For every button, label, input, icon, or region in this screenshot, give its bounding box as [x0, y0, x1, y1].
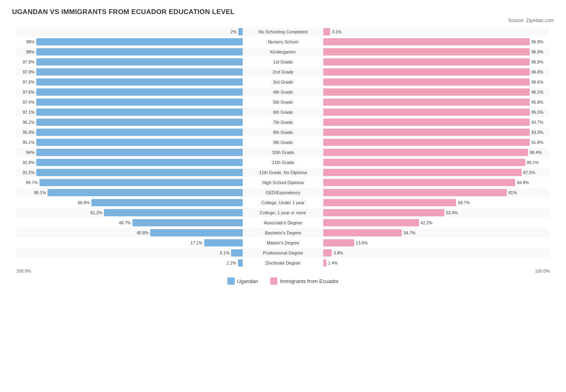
bar-row: 97.1% 6th Grade 95.3%: [16, 108, 550, 117]
right-bar-wrap: 90.4%: [323, 148, 550, 157]
bar-row: 94% 10th Grade 90.4%: [16, 148, 550, 157]
left-value: 97.8%: [23, 80, 35, 84]
right-value: 96.9%: [531, 49, 543, 54]
left-value: 86.1%: [34, 190, 46, 195]
left-bar-wrap: 5.1%: [16, 248, 243, 257]
right-bar-wrap: 96.9%: [323, 37, 550, 46]
center-label: Associate's Degree: [243, 220, 323, 226]
left-bar: [36, 139, 243, 146]
bar-row: 96.2% 7th Grade 93.7%: [16, 118, 550, 127]
right-bar-wrap: 95.3%: [323, 108, 550, 117]
left-bar-wrap: 91.5%: [16, 168, 243, 177]
left-bar-wrap: 95.9%: [16, 128, 243, 137]
education-label: GED/Equivalency: [264, 190, 302, 195]
bar-row: 95.1% 9th Grade 91.8%: [16, 138, 550, 147]
left-value: 98%: [26, 49, 35, 54]
right-bar: [323, 149, 528, 156]
right-bar: [323, 139, 530, 146]
right-bar-wrap: 42.2%: [323, 218, 550, 227]
center-label: Professional Degree: [243, 250, 323, 256]
right-value: 91.8%: [531, 140, 543, 145]
left-bar-wrap: 98%: [16, 47, 243, 56]
education-label: 6th Grade: [271, 109, 295, 115]
center-label: 10th Grade: [243, 150, 323, 155]
right-bar: [323, 179, 515, 186]
right-bar-wrap: 84.8%: [323, 178, 550, 187]
right-bar: [323, 219, 419, 226]
right-value: 93.7%: [531, 120, 543, 125]
right-bar-wrap: 91.8%: [323, 138, 550, 147]
center-label: 2nd Grade: [243, 69, 323, 75]
right-bar: [323, 239, 354, 246]
left-bar: [36, 78, 243, 86]
left-value: 89.7%: [26, 180, 38, 185]
left-value: 61.2%: [91, 210, 103, 215]
left-value: 48.7%: [119, 220, 131, 225]
left-bar: [36, 149, 243, 156]
right-bar: [323, 58, 530, 66]
right-value: 81%: [508, 190, 517, 195]
bar-row: 97.4% 5th Grade 95.8%: [16, 98, 550, 107]
left-bar: [36, 38, 243, 45]
center-label: College, Under 1 year: [243, 200, 323, 205]
education-label: Nursery School: [266, 39, 300, 45]
right-bar-wrap: 1.4%: [323, 259, 550, 267]
education-label: College, 1 year or more: [258, 210, 308, 215]
right-bar-wrap: 81%: [323, 188, 550, 197]
left-bar-wrap: 98%: [16, 37, 243, 46]
center-label: College, 1 year or more: [243, 210, 323, 215]
left-bar-wrap: 95.1%: [16, 138, 243, 147]
center-label: 5th Grade: [243, 99, 323, 105]
left-value: 97.9%: [23, 70, 35, 74]
left-value: 97.1%: [23, 110, 35, 115]
left-bar-wrap: 89.7%: [16, 178, 243, 187]
left-bar-wrap: 97.8%: [16, 78, 243, 86]
education-label: High School Diploma: [260, 180, 306, 185]
right-value: 96.6%: [531, 80, 543, 84]
x-axis: 100.0% 100.0%: [16, 269, 550, 273]
right-value: 96.9%: [531, 60, 543, 64]
education-label: Doctorate Degree: [264, 260, 303, 266]
legend-ugandan: Ugandan: [227, 277, 258, 285]
bar-row: 2% No Schooling Completed 3.1%: [16, 27, 550, 36]
left-bar: [91, 199, 243, 206]
left-value: 40.8%: [137, 230, 149, 235]
source-label: Source: ZipAtlas.com: [12, 18, 554, 23]
right-bar-wrap: 87.5%: [323, 168, 550, 177]
education-label: Associate's Degree: [262, 220, 304, 226]
right-value: 95.8%: [531, 100, 543, 105]
bar-row: 40.8% Bachelor's Degree 34.7%: [16, 228, 550, 237]
chart-body: 2% No Schooling Completed 3.1% 98% Nurse…: [16, 27, 550, 267]
left-bar-wrap: 2.2%: [16, 259, 243, 267]
bar-row: 95.9% 8th Grade 93.3%: [16, 128, 550, 137]
education-label: 12th Grade, No Diploma: [257, 170, 309, 175]
left-value: 96.2%: [23, 120, 35, 125]
center-label: Kindergarten: [243, 49, 323, 55]
legend-ecuador: Immigrants from Ecuador: [270, 277, 339, 285]
left-value: 92.9%: [23, 160, 35, 165]
education-label: 8th Grade: [271, 129, 295, 135]
bar-row: 97.6% 4th Grade 96.2%: [16, 88, 550, 96]
left-bar-wrap: 86.1%: [16, 188, 243, 197]
left-value: 2%: [231, 29, 237, 34]
center-label: 3rd Grade: [243, 79, 323, 85]
left-bar-wrap: 2%: [16, 27, 243, 36]
right-bar: [323, 259, 326, 267]
right-bar-wrap: 58.7%: [323, 198, 550, 207]
left-bar: [36, 109, 243, 116]
education-label: 5th Grade: [271, 99, 295, 105]
chart-title: UGANDAN VS IMMIGRANTS FROM ECUADOR EDUCA…: [12, 8, 554, 16]
bar-row: 5.1% Professional Degree 3.8%: [16, 248, 550, 257]
right-bar: [323, 249, 332, 257]
left-bar: [36, 58, 243, 66]
right-bar: [323, 229, 402, 236]
left-value: 94%: [26, 150, 35, 155]
left-value: 2.2%: [227, 261, 236, 265]
right-bar-wrap: 3.1%: [323, 27, 550, 36]
right-value: 53.4%: [446, 210, 458, 215]
education-label: Kindergarten: [269, 49, 298, 55]
education-label: 2nd Grade: [271, 69, 295, 75]
center-label: 1st Grade: [243, 59, 323, 65]
right-bar: [323, 48, 530, 55]
legend-ecuador-box: [270, 277, 277, 285]
